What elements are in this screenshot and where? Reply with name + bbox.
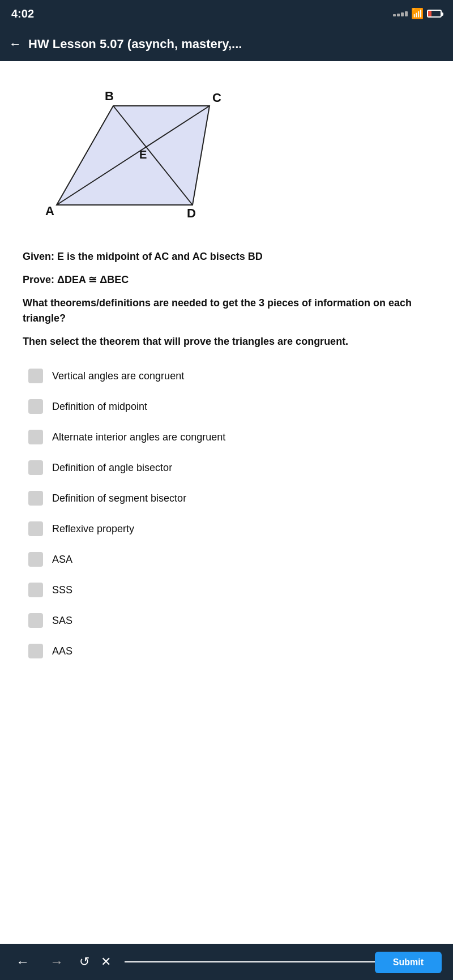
checkbox-2[interactable] — [28, 399, 43, 414]
svg-text:E: E — [139, 148, 147, 161]
question2-text: Then select the theorem that will prove … — [23, 334, 430, 349]
checkbox-8[interactable] — [28, 583, 43, 597]
checkbox-3[interactable] — [28, 430, 43, 444]
nav-bar: ← HW Lesson 5.07 (asynch, mastery,... — [0, 27, 453, 61]
option-label-4: Definition of angle bisector — [52, 462, 172, 474]
checkbox-5[interactable] — [28, 491, 43, 506]
option-label-1: Vertical angles are congruent — [52, 370, 184, 382]
status-bar: 4:02 📶 — [0, 0, 453, 27]
wifi-icon: 📶 — [411, 7, 424, 20]
given-text: Given: E is the midpoint of AC and AC bi… — [23, 249, 430, 264]
submit-button[interactable]: Submit — [375, 952, 442, 973]
option-label-2: Definition of midpoint — [52, 401, 147, 413]
question1-text: What theorems/definitions are needed to … — [23, 296, 430, 326]
checkbox-1[interactable] — [28, 369, 43, 383]
svg-text:D: D — [187, 206, 196, 220]
option-label-5: Definition of segment bisector — [52, 493, 186, 504]
option-item-7[interactable]: ASA — [23, 544, 430, 575]
checkbox-9[interactable] — [28, 613, 43, 628]
reload-button[interactable]: ↺ — [79, 955, 89, 969]
option-label-7: ASA — [52, 554, 72, 566]
option-item-1[interactable]: Vertical angles are congruent — [23, 361, 430, 391]
geometry-svg: A B C D E — [34, 75, 238, 233]
option-item-8[interactable]: SSS — [23, 575, 430, 605]
options-list: Vertical angles are congruent Definition… — [23, 361, 430, 666]
close-button[interactable]: ✕ — [101, 955, 111, 969]
signal-icon — [393, 11, 408, 16]
checkbox-4[interactable] — [28, 460, 43, 475]
option-label-8: SSS — [52, 584, 72, 596]
option-item-2[interactable]: Definition of midpoint — [23, 391, 430, 422]
option-item-4[interactable]: Definition of angle bisector — [23, 452, 430, 483]
prove-text: Prove: ΔDEA ≅ ΔBEC — [23, 272, 430, 288]
option-label-3: Alternate interior angles are congruent — [52, 431, 225, 443]
checkbox-6[interactable] — [28, 521, 43, 536]
status-icons: 📶 — [393, 7, 442, 20]
checkbox-7[interactable] — [28, 552, 43, 567]
option-item-3[interactable]: Alternate interior angles are congruent — [23, 422, 430, 452]
nav-title: HW Lesson 5.07 (asynch, mastery,... — [28, 37, 242, 52]
option-label-10: AAS — [52, 645, 72, 657]
checkbox-10[interactable] — [28, 644, 43, 658]
back-button[interactable]: ← — [11, 952, 34, 972]
status-time: 4:02 — [11, 7, 34, 20]
svg-text:B: B — [105, 89, 114, 103]
geometry-figure: A B C D E — [34, 75, 430, 233]
option-item-6[interactable]: Reflexive property — [23, 513, 430, 544]
main-content: A B C D E Given: E is the midpoint of AC… — [0, 61, 453, 680]
option-label-9: SAS — [52, 615, 72, 627]
option-label-6: Reflexive property — [52, 523, 134, 535]
svg-text:A: A — [45, 204, 54, 218]
option-item-9[interactable]: SAS — [23, 605, 430, 636]
svg-text:C: C — [212, 91, 221, 105]
option-item-10[interactable]: AAS — [23, 636, 430, 666]
bottom-bar: ← → ↺ ✕ Submit — [0, 944, 453, 980]
nav-back-arrow[interactable]: ← — [9, 37, 22, 52]
battery-icon — [427, 10, 442, 18]
option-item-5[interactable]: Definition of segment bisector — [23, 483, 430, 513]
forward-button[interactable]: → — [45, 952, 68, 972]
